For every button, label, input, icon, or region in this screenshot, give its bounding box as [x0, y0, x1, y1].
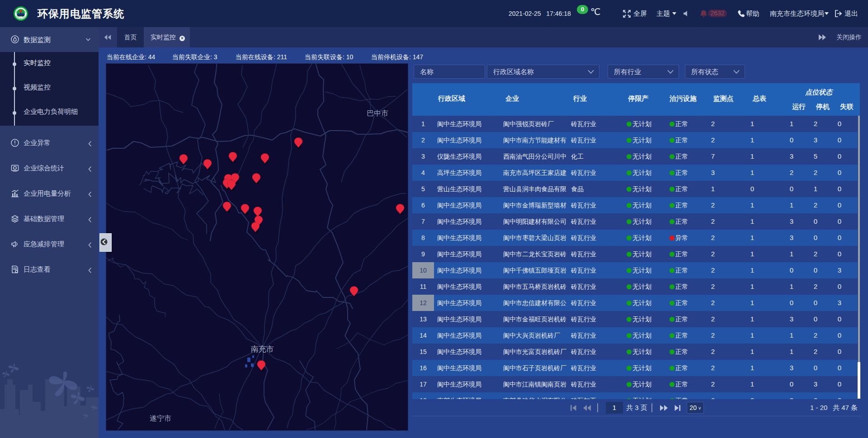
svg-text:遂宁市: 遂宁市 [150, 414, 171, 422]
